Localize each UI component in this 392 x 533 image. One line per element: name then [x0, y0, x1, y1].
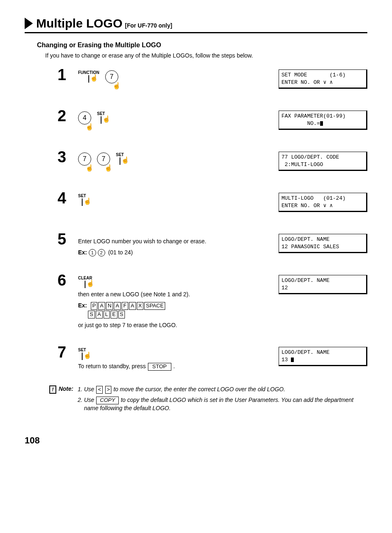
set-button: SET — [78, 194, 86, 205]
clear-button: CLEAR — [78, 276, 92, 288]
title-sub: [For UF-770 only] — [125, 22, 172, 30]
lcd-display: FAX PARAMETER(01-99) NO.= — [279, 111, 367, 130]
title-main: Multiple LOGO — [36, 16, 122, 30]
step-number: 4 — [58, 190, 78, 206]
example-text: Ex: 1 2 (01 to 24) — [78, 248, 279, 257]
key-7: 7 — [78, 152, 91, 166]
page-title-row: Multiple LOGO [For UF-770 only] — [25, 16, 367, 33]
note-1: Use < > to move the cursor, the enter th… — [84, 385, 367, 394]
step-number: 3 — [58, 149, 78, 165]
section-heading: Changing or Erasing the Multiple LOGO — [37, 42, 367, 49]
note-icon: ! — [49, 385, 56, 394]
set-button: SET — [78, 348, 86, 360]
step-5: 5 Enter LOGO number you wish to change o… — [58, 231, 367, 260]
instruction-text: then enter a new LOGO (see Note 1 and 2)… — [78, 290, 279, 299]
set-button: SET — [116, 152, 124, 164]
notes-section: ! Note: Use < > to move the cursor, the … — [49, 385, 367, 415]
step-4: 4 SET MULTI-LOGO (01-24) ENTER NO. OR ∨ … — [58, 190, 367, 219]
lcd-display: MULTI-LOGO (01-24) ENTER NO. OR ∨ ∧ — [279, 193, 367, 212]
instruction-text: or just go to step 7 to erase the LOGO. — [78, 321, 279, 330]
lcd-display: LOGO/DEPT. NAME 13 — [279, 347, 367, 366]
lcd-display: 77 LOGO/DEPT. CODE 2:MULTI-LOGO — [279, 152, 367, 171]
step-number: 6 — [58, 272, 78, 288]
step-3: 3 7 7 SET 77 LOGO/DEPT. CODE 2:MULTI-LOG… — [58, 149, 367, 178]
function-button: FUNCTION — [78, 70, 99, 82]
step-6: 6 CLEAR then enter a new LOGO (see Note … — [58, 272, 367, 332]
note-2: Use COPY to copy the default LOGO which … — [84, 396, 367, 412]
key-7: 7 — [97, 152, 110, 166]
intro-text: If you have to change or erase any of th… — [45, 52, 367, 59]
step-1: 1 FUNCTION 7 SET MODE (1-6) ENTER NO. OR… — [58, 67, 367, 96]
step-number: 1 — [58, 67, 78, 83]
example-text: Ex: PANAFAXSPACE SALES — [78, 301, 279, 318]
step-number: 7 — [58, 344, 78, 360]
key-7: 7 — [105, 70, 118, 83]
note-label: Note: — [59, 385, 74, 415]
step-2: 2 4 SET FAX PARAMETER(01-99) NO.= — [58, 108, 367, 137]
step-number: 5 — [58, 231, 78, 247]
instruction-text: Enter LOGO number you wish to change or … — [78, 237, 279, 246]
step-number: 2 — [58, 108, 78, 124]
step-7: 7 SET To return to standby, press STOP .… — [58, 344, 367, 373]
key-4: 4 — [78, 111, 91, 125]
set-button: SET — [97, 111, 105, 123]
page-number: 108 — [25, 435, 367, 446]
triangle-icon — [25, 18, 33, 29]
instruction-text: To return to standby, press STOP . — [78, 362, 279, 371]
lcd-display: LOGO/DEPT. NAME 12 — [279, 275, 367, 294]
lcd-display: LOGO/DEPT. NAME 12 PANASONIC SALES — [279, 234, 367, 253]
lcd-display: SET MODE (1-6) ENTER NO. OR ∨ ∧ — [279, 69, 367, 89]
